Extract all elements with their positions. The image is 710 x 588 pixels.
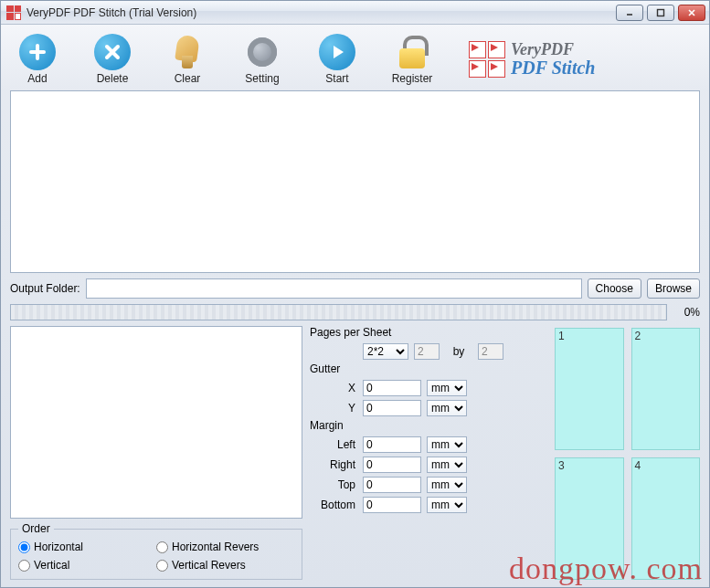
x-icon <box>94 34 131 70</box>
pages-per-sheet-select[interactable]: 2*2 <box>363 343 408 360</box>
minimize-button[interactable] <box>616 5 643 21</box>
pages-per-sheet-label: Pages per Sheet <box>310 326 547 339</box>
margin-bottom-input[interactable] <box>363 497 421 513</box>
delete-label: Delete <box>89 72 136 85</box>
margin-right-unit[interactable]: mm <box>427 457 467 473</box>
app-icon <box>6 5 21 20</box>
content-area: Output Folder: Choose Browse 0% Order Ho… <box>1 90 709 587</box>
brand-line1: VeryPDF <box>511 41 595 58</box>
margin-right-input[interactable] <box>363 457 421 473</box>
progress-bar <box>10 304 667 320</box>
layout-preview: 1 2 3 4 <box>555 326 700 580</box>
margin-right-label: Right <box>310 458 357 471</box>
margin-top-unit[interactable]: mm <box>427 477 467 493</box>
start-button[interactable]: Start <box>313 34 361 85</box>
preview-cell: 1 <box>555 328 624 450</box>
cols-input <box>414 343 440 360</box>
progress-row: 0% <box>10 304 700 320</box>
gutter-x-unit[interactable]: mm <box>427 380 467 396</box>
brand-logo: VeryPDF PDF Stitch <box>469 41 595 78</box>
order-horizontal-reverse-radio[interactable] <box>156 541 168 553</box>
order-vertical-reverse[interactable]: Vertical Revers <box>156 559 294 572</box>
order-panel: Order Horizontal Horizontal Revers Ve <box>10 326 302 580</box>
preview-cell: 4 <box>631 457 701 580</box>
output-folder-input[interactable] <box>86 278 582 299</box>
preview-area <box>10 326 302 519</box>
margin-bottom-label: Bottom <box>310 499 357 511</box>
preview-cell: 3 <box>555 457 624 580</box>
margin-bottom-unit[interactable]: mm <box>427 497 467 513</box>
output-label: Output Folder: <box>10 282 80 295</box>
output-row: Output Folder: Choose Browse <box>10 278 700 299</box>
broom-icon <box>169 34 206 70</box>
margin-left-unit[interactable]: mm <box>427 436 467 453</box>
order-horizontal-radio[interactable] <box>18 541 30 553</box>
gutter-label: Gutter <box>310 362 547 375</box>
close-button[interactable] <box>678 5 705 21</box>
app-window: VeryPDF PDF Stitch (Trial Version) Add D… <box>0 0 710 588</box>
brand-line2: PDF Stitch <box>511 58 595 78</box>
toolbar: Add Delete Clear Setting Start Register <box>1 25 709 90</box>
brand-icon <box>469 41 505 78</box>
browse-button[interactable]: Browse <box>647 278 700 299</box>
margin-label: Margin <box>310 419 547 432</box>
margin-left-input[interactable] <box>363 436 421 453</box>
gutter-x-input[interactable] <box>363 380 421 396</box>
add-button[interactable]: Add <box>14 34 61 85</box>
setting-button[interactable]: Setting <box>238 34 286 85</box>
by-label: by <box>445 345 472 358</box>
svg-rect-1 <box>658 9 664 16</box>
clear-button[interactable]: Clear <box>164 34 211 85</box>
gutter-y-label: Y <box>310 402 357 415</box>
gutter-x-label: X <box>310 382 357 394</box>
margin-left-label: Left <box>310 438 357 451</box>
margin-top-label: Top <box>310 478 357 491</box>
add-label: Add <box>14 72 61 85</box>
order-vertical[interactable]: Vertical <box>18 559 156 572</box>
file-list[interactable] <box>10 90 700 273</box>
rows-input <box>478 343 503 360</box>
register-button[interactable]: Register <box>388 34 436 85</box>
maximize-button[interactable] <box>647 5 674 21</box>
choose-button[interactable]: Choose <box>588 278 641 299</box>
start-label: Start <box>313 72 361 85</box>
order-horizontal[interactable]: Horizontal <box>18 541 156 553</box>
gear-icon <box>244 34 281 70</box>
svg-marker-8 <box>334 46 344 58</box>
window-title: VeryPDF PDF Stitch (Trial Version) <box>26 6 616 19</box>
settings-panel: Pages per Sheet 2*2 by Gutter X mm <box>310 326 547 580</box>
play-icon <box>319 34 355 70</box>
order-legend: Order <box>18 522 54 535</box>
bottom-panels: Order Horizontal Horizontal Revers Ve <box>10 326 700 580</box>
margin-top-input[interactable] <box>363 477 421 493</box>
register-label: Register <box>388 72 436 85</box>
gutter-y-input[interactable] <box>363 400 421 416</box>
clear-label: Clear <box>164 72 211 85</box>
window-controls <box>616 5 705 21</box>
order-vertical-radio[interactable] <box>18 560 30 572</box>
titlebar: VeryPDF PDF Stitch (Trial Version) <box>1 1 709 25</box>
order-fieldset: Order Horizontal Horizontal Revers Ve <box>10 522 302 580</box>
progress-percent: 0% <box>674 306 700 319</box>
plus-icon <box>19 34 56 70</box>
delete-button[interactable]: Delete <box>89 34 136 85</box>
lock-icon <box>394 34 430 70</box>
gutter-y-unit[interactable]: mm <box>427 400 467 416</box>
setting-label: Setting <box>238 72 286 85</box>
preview-cell: 2 <box>631 328 701 450</box>
order-horizontal-reverse[interactable]: Horizontal Revers <box>156 541 294 553</box>
order-vertical-reverse-radio[interactable] <box>156 560 168 572</box>
